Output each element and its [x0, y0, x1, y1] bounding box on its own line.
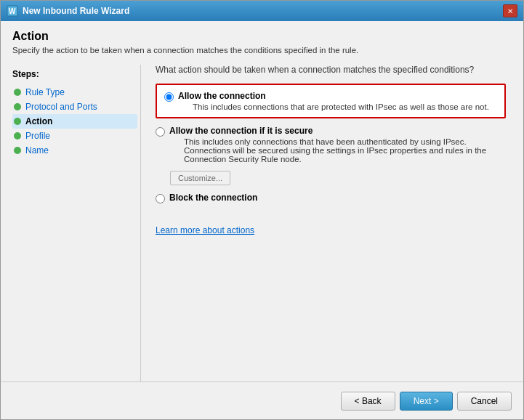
sidebar-item-action[interactable]: Action	[12, 114, 137, 129]
cancel-button[interactable]: Cancel	[457, 392, 512, 411]
option-block-radio[interactable]	[156, 194, 165, 203]
option-secure-content: Allow the connection if it is secure Thi…	[169, 126, 506, 163]
option-block-row: Block the connection	[156, 193, 506, 203]
step-dot-action	[14, 118, 21, 125]
step-dot-rule-type	[14, 89, 21, 96]
page-subtitle: Specify the action to be taken when a co…	[12, 46, 512, 54]
titlebar-controls: ✕	[503, 4, 517, 17]
learn-more-link[interactable]: Learn more about actions	[156, 225, 254, 235]
option-secure-label: Allow the connection if it is secure	[169, 126, 506, 136]
right-panel: What action should be taken when a conne…	[144, 65, 512, 381]
option-allow-box: Allow the connection This includes conne…	[156, 84, 506, 118]
content-area: Action Specify the action to be taken wh…	[1, 21, 523, 381]
sidebar-heading: Steps:	[12, 69, 137, 79]
option-block-content: Block the connection	[169, 193, 257, 203]
titlebar-left: W New Inbound Rule Wizard	[7, 5, 129, 17]
svg-text:W: W	[9, 7, 16, 15]
step-label-protocol-ports: Protocol and Ports	[25, 102, 97, 112]
sidebar: Steps: Rule Type Protocol and Ports Acti…	[12, 65, 137, 381]
step-label-name: Name	[25, 145, 49, 156]
titlebar: W New Inbound Rule Wizard ✕	[1, 1, 523, 21]
sidebar-item-profile[interactable]: Profile	[12, 129, 137, 143]
sidebar-divider	[140, 65, 141, 381]
option-secure-row: Allow the connection if it is secure Thi…	[156, 126, 506, 163]
step-dot-protocol-ports	[14, 103, 21, 110]
customize-button[interactable]: Customize...	[170, 171, 230, 185]
option-allow-desc: This includes connections that are prote…	[193, 102, 489, 111]
option-secure-section: Allow the connection if it is secure Thi…	[156, 126, 506, 185]
option-allow-content: Allow the connection This includes conne…	[178, 91, 489, 111]
wizard-window: W New Inbound Rule Wizard ✕ Action Speci…	[0, 0, 524, 420]
option-allow-label: Allow the connection	[178, 91, 489, 101]
option-allow-radio[interactable]	[164, 92, 174, 102]
main-body: Steps: Rule Type Protocol and Ports Acti…	[12, 65, 512, 381]
page-title: Action	[12, 30, 512, 43]
step-label-action: Action	[25, 116, 52, 126]
sidebar-item-name[interactable]: Name	[12, 143, 137, 158]
question-text: What action should be taken when a conne…	[156, 65, 506, 75]
step-dot-name	[14, 147, 21, 154]
option-secure-desc: This includes only connections that have…	[184, 137, 506, 163]
step-dot-profile	[14, 132, 21, 140]
footer: < Back Next > Cancel	[1, 381, 523, 419]
step-label-rule-type: Rule Type	[25, 87, 65, 97]
sidebar-item-rule-type[interactable]: Rule Type	[12, 85, 137, 100]
window-title: New Inbound Rule Wizard	[23, 6, 129, 16]
sidebar-item-protocol-ports[interactable]: Protocol and Ports	[12, 100, 137, 114]
option-allow-row: Allow the connection This includes conne…	[164, 91, 497, 111]
step-label-profile: Profile	[25, 131, 50, 141]
next-button[interactable]: Next >	[400, 392, 453, 411]
close-button[interactable]: ✕	[503, 4, 517, 17]
page-header: Action Specify the action to be taken wh…	[12, 30, 512, 54]
option-secure-radio[interactable]	[156, 127, 165, 137]
option-block-label: Block the connection	[169, 193, 257, 203]
back-button[interactable]: < Back	[341, 392, 395, 411]
window-icon: W	[7, 5, 18, 17]
option-block-section: Block the connection	[156, 193, 506, 203]
